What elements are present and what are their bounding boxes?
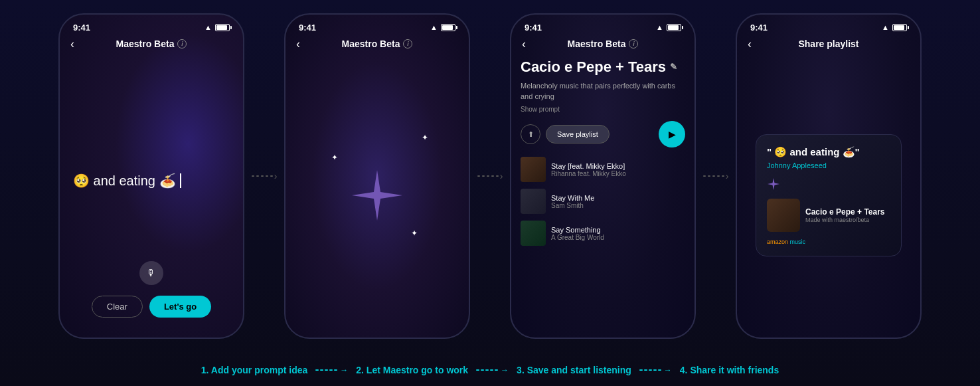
phone-3-nav: ‹ Maestro Beta i [511,36,694,53]
phone-2-time: 9:41 [299,23,316,33]
phone-3-back-icon[interactable]: ‹ [522,37,526,51]
arrow-head-1: › [274,171,278,181]
letsgo-button[interactable]: Let's go [149,296,211,318]
dot [261,175,264,177]
steps-row: 1. Add your prompt idea → 2. Let Maestro… [20,365,960,375]
phone-3-time: 9:41 [525,23,542,33]
phone-1: 9:41 ▲ ‹ Maestro Beta i [58,13,244,339]
table-row: Stay With Me Sam Smith [521,189,685,214]
sparkle-main-icon [351,169,404,222]
dot [266,175,268,177]
track-info-2: Stay With Me Sam Smith [551,194,685,209]
playlist-desc: Melancholy music that pairs perfectly wi… [521,81,685,102]
dot [708,175,710,177]
dot [717,175,720,177]
sparkle-small-1: ✦ [331,153,338,162]
step-arrow-1: → [315,365,348,375]
phone-3-status-bar: 9:41 ▲ [511,15,694,36]
edit-icon[interactable]: ✎ [670,62,677,72]
save-row: ⬆ Save playlist [521,124,610,144]
step-arrowhead-2: → [501,365,509,375]
dot [703,175,706,177]
arrow-3: › [696,13,736,339]
battery-icon-3 [667,24,681,31]
share-card-title: " 🥺 and eating 🍝" [767,145,890,159]
save-playlist-button[interactable]: Save playlist [546,125,610,144]
mic-icon: 🎙 [147,268,156,278]
phone-2-nav-title: Maestro Beta i [342,39,413,49]
battery-fill-2 [442,25,453,30]
dot [491,175,494,177]
arrow-dots-3 [703,175,724,177]
step-arrowhead-1: → [340,365,348,375]
step-dot [495,369,498,371]
amazon-music-logo: amazon music [767,239,890,245]
wifi-icon-4: ▲ [882,23,889,31]
phone-3-info-icon[interactable]: i [629,39,638,48]
phone-1-inner: 9:41 ▲ ‹ Maestro Beta i [60,15,243,338]
phone-4-wrapper: 9:41 ▲ ‹ Share playlist [736,13,922,339]
phone-1-content: 🥺 and eating 🍝 🎙 Clear Let's go [60,53,243,338]
main-container: 9:41 ▲ ‹ Maestro Beta i [0,0,980,386]
phone-2-back-icon[interactable]: ‹ [296,37,300,51]
track-artist-2: Sam Smith [551,202,685,209]
step-dot [658,369,661,371]
phone-2-inner: 9:41 ▲ ‹ Maestro Beta i [286,15,469,338]
step-dot [320,369,323,371]
phone-1-nav: ‹ Maestro Beta i [60,36,243,53]
track-artist-1: Rihanna feat. Mikky Ekko [551,170,685,177]
dot [487,175,489,177]
step-arrow-2: → [476,365,509,375]
phone-1-wrapper: 9:41 ▲ ‹ Maestro Beta i [58,13,244,339]
share-track-art [767,199,800,232]
phone-3-wrapper: 9:41 ▲ ‹ Maestro Beta i [510,13,696,339]
track-info-1: Stay [feat. Mikky Ekko] Rihanna feat. Mi… [551,162,685,177]
step-dot [481,369,484,371]
arrow-dots-1 [252,175,273,177]
step-dot [644,369,647,371]
phone-4-inner: 9:41 ▲ ‹ Share playlist [737,15,920,338]
phone-1-status-icons: ▲ [204,23,230,31]
step-3-label: 3. Save and start listening [517,365,631,375]
text-cursor [180,173,181,188]
sparkle-card-icon [767,177,890,193]
phone-4-back-icon[interactable]: ‹ [748,37,752,51]
arrow-head-3: › [726,171,729,181]
phone-4: 9:41 ▲ ‹ Share playlist [736,13,922,339]
dot [477,175,480,177]
phone-1-info-icon[interactable]: i [177,39,187,48]
step-dot [476,369,479,371]
phones-row: 9:41 ▲ ‹ Maestro Beta i [20,13,960,357]
step-4-label: 4. Share it with friends [680,365,779,375]
phone-3-status-icons: ▲ [656,23,681,31]
battery-icon [215,24,230,31]
phone-2-info-icon[interactable]: i [403,39,412,48]
phone-2-status-bar: 9:41 ▲ [286,15,469,36]
share-track-name: Cacio e Pepe + Tears [805,207,890,217]
mic-button[interactable]: 🎙 [139,261,163,285]
dot [270,175,273,177]
track-list: Stay [feat. Mikky Ekko] Rihanna feat. Mi… [521,157,685,246]
track-art-1 [521,157,546,182]
phone-1-back-icon[interactable]: ‹ [70,37,74,51]
share-small-button[interactable]: ⬆ [521,124,540,144]
show-prompt[interactable]: Show prompt [521,106,685,113]
bottom-buttons: Clear Let's go [73,296,230,331]
dot [482,175,485,177]
step-2-label: 2. Let Maestro go to work [356,365,468,375]
step-1-label: 1. Add your prompt idea [201,365,308,375]
battery-fill-4 [894,25,904,30]
track-name-2: Stay With Me [551,194,685,202]
clear-button[interactable]: Clear [92,296,143,318]
arrow-line-2: › [477,171,503,181]
share-card-track-row: Cacio e Pepe + Tears Made with maestro/b… [767,199,890,232]
play-button[interactable]: ▶ [659,121,685,147]
sparkle-container: ✦ ✦ ✦ [286,53,469,338]
step-dot [485,369,489,371]
battery-fill [216,25,227,30]
phone-2-status-icons: ▲ [430,23,455,31]
step-arrowhead-3: → [664,365,672,375]
share-card-user: Johnny Appleseed [767,161,890,169]
battery-icon-4 [892,24,907,31]
track-art-content-2 [521,189,546,214]
